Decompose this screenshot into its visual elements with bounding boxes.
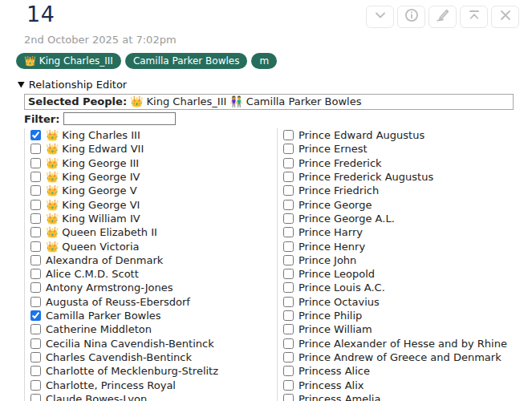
person-checkbox[interactable] [283, 380, 294, 391]
person-label: Claude Bowes-Lyon [46, 393, 147, 401]
person-row[interactable]: Prince John [283, 253, 532, 267]
person-row[interactable]: Prince Louis A.C. [283, 281, 532, 294]
person-row[interactable]: Princess Amelia [283, 392, 532, 401]
person-label: Charlotte, Princess Royal [46, 379, 176, 391]
person-checkbox[interactable] [30, 297, 41, 307]
post-page: 14 2nd October 2025 at 7: [0, 2, 532, 401]
person-row[interactable]: Charlotte of Mecklenburg-Strelitz [30, 364, 277, 378]
person-row[interactable]: Charlotte, Princess Royal [30, 378, 277, 391]
person-row[interactable]: Alice C.M.D. Scott [30, 267, 277, 281]
person-checkbox[interactable] [283, 158, 294, 168]
person-row[interactable]: Charles Cavendish-Bentinck [30, 350, 277, 364]
person-checkbox[interactable] [30, 282, 41, 293]
person-checkbox[interactable] [283, 352, 294, 363]
person-checkbox[interactable] [30, 213, 41, 224]
person-row[interactable]: Claude Bowes-Lyon [30, 392, 277, 401]
person-checkbox[interactable] [283, 227, 294, 237]
person-row[interactable]: Prince Friedrich [283, 184, 532, 197]
person-checkbox[interactable] [30, 380, 41, 391]
person-checkbox[interactable] [283, 310, 294, 321]
person-row[interactable]: 👑 King George IV [30, 170, 277, 184]
person-checkbox[interactable] [30, 185, 41, 196]
tag-pill[interactable]: m [251, 53, 277, 69]
filter-input[interactable] [63, 112, 176, 125]
person-checkbox[interactable] [30, 172, 41, 182]
collapse-post-button[interactable] [366, 6, 394, 28]
person-row[interactable]: Prince William [283, 322, 532, 336]
person-row[interactable]: Prince Frederick [283, 156, 532, 170]
person-checkbox[interactable] [283, 324, 294, 334]
people-column-right: Prince Edward Augustus Prince Ernest Pri… [277, 128, 532, 401]
person-checkbox[interactable] [30, 310, 41, 321]
person-checkbox[interactable] [283, 241, 294, 252]
person-row[interactable]: Prince George A.L. [283, 212, 532, 225]
person-checkbox[interactable] [283, 269, 294, 279]
person-row[interactable]: Prince George [283, 198, 532, 212]
person-checkbox[interactable] [30, 144, 41, 154]
person-checkbox[interactable] [283, 200, 294, 210]
person-checkbox[interactable] [30, 227, 41, 237]
person-row[interactable]: Prince Andrew of Greece and Denmark [283, 350, 532, 364]
person-row[interactable]: 👑 King George V [30, 184, 277, 197]
person-checkbox[interactable] [30, 269, 41, 279]
person-checkbox[interactable] [283, 338, 294, 349]
person-checkbox[interactable] [30, 366, 41, 376]
person-row[interactable]: Catherine Middleton [30, 322, 277, 336]
person-row[interactable]: Princess Alix [283, 378, 532, 391]
person-row[interactable]: Cecilia Nina Cavendish-Bentinck [30, 337, 277, 350]
person-checkbox[interactable] [30, 241, 41, 252]
person-row[interactable]: Antony Armstrong-Jones [30, 281, 277, 294]
person-label: Charlotte of Mecklenburg-Strelitz [46, 365, 218, 377]
person-row[interactable]: Princess Alice [283, 364, 532, 378]
person-checkbox[interactable] [30, 158, 41, 168]
person-row[interactable]: 👑 King Edward VII [30, 142, 277, 156]
person-checkbox[interactable] [283, 297, 294, 307]
person-row[interactable]: Prince Frederick Augustus [283, 170, 532, 184]
person-row[interactable]: Prince Harry [283, 225, 532, 239]
person-row[interactable]: Prince Ernest [283, 142, 532, 156]
person-row[interactable]: 👑 Queen Victoria [30, 239, 277, 253]
person-row[interactable]: Alexandra of Denmark [30, 253, 277, 267]
person-checkbox[interactable] [283, 366, 294, 376]
person-row[interactable]: Prince Philip [283, 309, 532, 322]
person-checkbox[interactable] [30, 352, 41, 363]
close-button[interactable] [491, 6, 519, 28]
person-checkbox[interactable] [283, 394, 294, 401]
person-row[interactable]: 👑 King Charles III [30, 128, 277, 142]
edit-button[interactable] [428, 6, 457, 28]
person-label: Prince Edward Augustus [298, 129, 424, 141]
relationship-editor-summary[interactable]: Relationship Editor [18, 79, 532, 91]
person-row[interactable]: 👑 King George III [30, 156, 277, 170]
person-checkbox[interactable] [30, 338, 41, 349]
tag-pill[interactable]: 👑 King Charles_III [16, 53, 121, 69]
person-checkbox[interactable] [283, 185, 294, 196]
person-row[interactable]: 👑 King George VI [30, 198, 277, 212]
person-checkbox[interactable] [283, 144, 294, 154]
person-row[interactable]: Camilla Parker Bowles [30, 309, 277, 322]
person-checkbox[interactable] [30, 200, 41, 210]
person-row[interactable]: Prince Edward Augustus [283, 128, 532, 142]
person-row[interactable]: Augusta of Reuss-Ebersdorf [30, 295, 277, 309]
person-row[interactable]: Prince Henry [283, 239, 532, 253]
person-checkbox[interactable] [283, 255, 294, 265]
person-checkbox[interactable] [30, 255, 41, 265]
person-checkbox[interactable] [283, 130, 294, 140]
jump-to-top-button[interactable] [460, 6, 488, 28]
person-row[interactable]: 👑 King William IV [30, 212, 277, 225]
person-row[interactable]: 👑 Queen Elizabeth II [30, 225, 277, 239]
person-checkbox[interactable] [30, 130, 41, 140]
info-button[interactable] [397, 6, 425, 28]
person-checkbox[interactable] [30, 394, 41, 401]
person-row[interactable]: Prince Leopold [283, 267, 532, 281]
person-checkbox[interactable] [283, 172, 294, 182]
people-list: 👑 King Charles III 👑 King Edward VII 👑 K… [24, 128, 532, 401]
person-label: Charles Cavendish-Bentinck [46, 351, 192, 363]
person-row[interactable]: Prince Alexander of Hesse and by Rhine [283, 337, 532, 350]
person-checkbox[interactable] [283, 213, 294, 224]
person-checkbox[interactable] [283, 282, 294, 293]
person-row[interactable]: Prince Octavius [283, 295, 532, 309]
person-checkbox[interactable] [30, 324, 41, 334]
info-icon [404, 7, 420, 26]
tag-pill[interactable]: Camilla Parker Bowles [125, 53, 248, 69]
collapse-up-icon [466, 7, 482, 26]
